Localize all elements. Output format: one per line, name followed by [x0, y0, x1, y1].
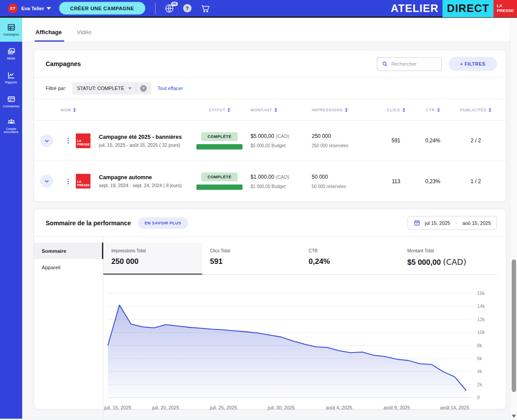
sort-icon — [345, 108, 348, 112]
media-icon — [7, 47, 16, 55]
ctr-value: 0,24% — [414, 137, 452, 144]
campaign-dates: juil. 15, 2025 - août 15, 2025 ( 32 jour… — [99, 142, 188, 148]
active-tab-underline — [35, 40, 64, 42]
chip-caret-icon[interactable] — [128, 87, 132, 90]
scrollbar-down-arrow-icon[interactable] — [512, 415, 516, 418]
impressions-value: 50 000 — [312, 174, 378, 180]
impressions-reserved: 50 000 réservées — [312, 184, 378, 189]
svg-text:6k: 6k — [477, 356, 482, 361]
cart-icon[interactable] — [200, 4, 210, 13]
language-globe-icon[interactable]: FR — [164, 4, 174, 13]
status-badge: COMPLÉTÉ — [201, 173, 238, 181]
impressions-value: 250 000 — [312, 133, 378, 139]
row-menu-kebab-icon[interactable]: ⋮ — [61, 177, 76, 185]
column-nom[interactable]: NOM — [61, 108, 188, 112]
create-campaign-button[interactable]: CRÉER UNE CAMPAGNE — [59, 2, 145, 15]
column-ctr[interactable]: CTR — [414, 108, 452, 112]
logo-lapresse: LA PRESSE — [494, 0, 517, 17]
performance-title: Sommaire de la performance — [46, 220, 131, 227]
lapresse-logo-thumb: LAPRESSE — [76, 133, 90, 148]
topbar: ET Eva Telier CRÉER UNE CAMPAGNE FR ? AT… — [0, 0, 517, 18]
svg-text:août 4, 2025: août 4, 2025 — [326, 405, 352, 410]
clear-all-link[interactable]: Tout effacer — [157, 86, 183, 91]
chevron-down-icon — [44, 178, 50, 184]
chip-close-icon[interactable]: ✕ — [140, 85, 147, 92]
learn-more-button[interactable]: EN SAVOIR PLUS — [138, 217, 188, 229]
reports-chart-icon — [7, 71, 16, 79]
user-menu-caret-icon[interactable] — [47, 7, 51, 10]
sort-icon — [489, 108, 491, 112]
column-montant[interactable]: MONTANT — [251, 108, 312, 112]
column-publicites[interactable]: PUBLICITÉS — [452, 108, 500, 112]
stat-impressions-total[interactable]: Impressions Total 250 000 — [103, 243, 202, 275]
table-header: NOM STATUT MONTANT IMPRESSIONS CLICS — [34, 99, 506, 121]
tab-video[interactable]: Vidéo — [77, 29, 91, 42]
svg-text:10k: 10k — [477, 330, 485, 335]
clics-value: 113 — [378, 178, 414, 184]
status-badge: COMPLÉTÉ — [201, 132, 238, 141]
sidebar-item-media[interactable]: Média — [0, 42, 22, 66]
performance-subnav: Sommaire Appareil — [34, 237, 103, 419]
tab-affichage[interactable]: Affichage — [35, 29, 62, 42]
logo-atelier: ATELIER — [391, 0, 443, 17]
topbar-divider — [155, 3, 156, 14]
status-filter-chip[interactable]: STATUT: COMPLÉTÉ ✕ — [72, 82, 151, 94]
campaign-dates: sept. 19, 2024 - sept. 24, 2024 ( 6 jour… — [99, 183, 188, 188]
user-name[interactable]: Eva Telier — [21, 6, 44, 11]
help-icon[interactable]: ? — [183, 4, 192, 12]
calendar-icon — [414, 220, 420, 226]
stat-clics-total[interactable]: Clics Total 591 — [202, 243, 301, 275]
campaigns-card: Campagnes + FILTRES Filtré par: STATUT: … — [34, 50, 506, 202]
subnav-item-appareil[interactable]: Appareil — [34, 259, 103, 275]
search-input[interactable] — [392, 61, 437, 67]
sidebar-item-rapports[interactable]: Rapports — [0, 66, 22, 90]
campaign-name[interactable]: Campagne été 2025 - bannières — [99, 134, 188, 140]
lapresse-logo-thumb: LAPRESSE — [76, 174, 90, 188]
ctr-value: 0,23% — [414, 178, 452, 184]
page-scrollbar[interactable] — [510, 19, 517, 420]
sort-icon — [403, 108, 405, 112]
column-impressions[interactable]: IMPRESSIONS — [312, 108, 378, 112]
logo-direct: DIRECT — [443, 0, 494, 17]
users-icon — [7, 118, 16, 126]
campaign-name[interactable]: Campagne automne — [99, 174, 188, 181]
svg-text:16k: 16k — [477, 290, 485, 296]
sidebar-item-compte-secondaire[interactable]: Compte secondaire — [0, 114, 22, 137]
column-clics[interactable]: CLICS — [378, 108, 414, 112]
expand-row-button[interactable] — [40, 134, 53, 147]
sort-icon — [274, 108, 277, 112]
svg-text:août 14, 2025: août 14, 2025 — [440, 405, 469, 410]
impressions-reserved: 250 000 réservées — [312, 143, 378, 148]
stat-ctr[interactable]: CTR 0,24% — [301, 243, 400, 275]
svg-text:4k: 4k — [477, 369, 482, 374]
date-end: aoû 15, 2025 — [462, 220, 491, 226]
scrollbar-thumb[interactable] — [512, 259, 516, 392]
chevron-down-icon — [44, 138, 50, 144]
svg-text:juil. 25, 2025: juil. 25, 2025 — [209, 405, 237, 410]
budget-label: $1 000,00 Budget — [251, 184, 312, 189]
performance-chart: 02k4k6k8k10k12k14k16kjuil. 15, 2025juil.… — [103, 275, 498, 419]
avatar[interactable]: ET — [8, 4, 18, 13]
publicites-value: 1 / 2 — [452, 178, 500, 184]
svg-text:août 9, 2025: août 9, 2025 — [384, 405, 410, 410]
subnav-item-sommaire[interactable]: Sommaire — [34, 243, 103, 259]
publicites-value: 2 / 2 — [452, 137, 500, 144]
filters-button[interactable]: + FILTRES — [449, 57, 497, 71]
search-box[interactable] — [377, 57, 442, 71]
budget-label: $5 000,00 Budget — [251, 143, 312, 148]
column-statut[interactable]: STATUT — [188, 108, 251, 112]
sidebar-item-commandes[interactable]: Commandes — [0, 90, 22, 114]
campaigns-title: Campagnes — [46, 60, 81, 67]
date-range-picker[interactable]: jul 15, 2025 - aoû 15, 2025 — [407, 216, 497, 230]
sort-icon — [437, 108, 440, 112]
filter-bar: Filtré par: STATUT: COMPLÉTÉ ✕ Tout effa… — [34, 77, 506, 99]
table-row: ⋮ LAPRESSE Campagne automne sept. 19, 20… — [34, 161, 506, 201]
expand-row-button[interactable] — [40, 175, 53, 188]
date-start: jul 15, 2025 — [425, 220, 450, 226]
svg-text:12k: 12k — [477, 317, 485, 322]
sidebar-item-campagnes[interactable]: Campagnes — [0, 18, 22, 42]
performance-chart-svg: 02k4k6k8k10k12k14k16kjuil. 15, 2025juil.… — [103, 286, 498, 419]
row-menu-kebab-icon[interactable]: ⋮ — [61, 137, 76, 145]
svg-text:0: 0 — [477, 395, 480, 400]
stat-montant-total[interactable]: Montant Total $5 000,00 (CAD) — [400, 243, 498, 275]
